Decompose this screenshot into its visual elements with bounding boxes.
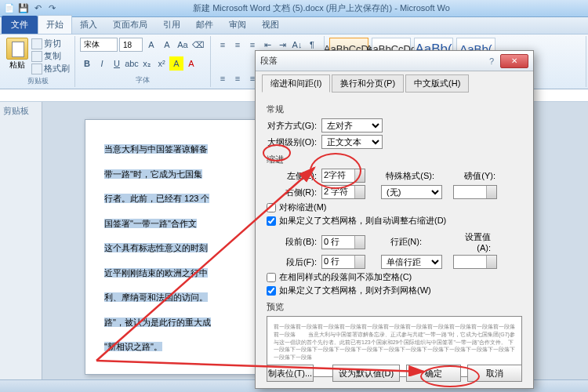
tab-review[interactable]: 审阅	[221, 16, 254, 34]
special-select[interactable]: (无)	[381, 185, 442, 199]
ok-button[interactable]: 确定	[406, 365, 461, 382]
nosame-checkbox[interactable]: 在相同样式的段落间不添加空格(C)	[267, 271, 522, 283]
before-label: 段前(B):	[267, 236, 317, 248]
dialog-title: 段落	[260, 55, 485, 67]
window-title: 新建 Microsoft Word 文档 (5).docx (用户上次保存的) …	[58, 2, 585, 14]
quick-access-toolbar: 📄 💾 ↶ ↷	[3, 2, 58, 15]
offset-label: 磅值(Y):	[458, 170, 495, 182]
section-preview: 预览	[267, 301, 522, 313]
tab-mailings[interactable]: 邮件	[188, 16, 221, 34]
strike-button[interactable]: abc	[125, 56, 139, 71]
close-icon[interactable]: ✕	[500, 54, 528, 68]
paragraph-dialog: 段落 ? ✕ 缩进和间距(I) 换行和分页(P) 中文版式(H) 常规 对齐方式…	[255, 50, 534, 389]
font-label: 字体	[80, 75, 205, 85]
font-color-button[interactable]: A	[184, 56, 198, 71]
paste-button[interactable]: 粘贴	[6, 38, 28, 74]
subscript-button[interactable]: x₂	[140, 56, 154, 71]
grid-checkbox[interactable]: 如果定义了文档网格，则对齐到网格(W)	[267, 285, 522, 296]
align-left-icon[interactable]: ≡	[216, 71, 230, 85]
left-indent-input[interactable]: 2字符	[321, 169, 365, 183]
tab-references[interactable]: 引用	[155, 16, 188, 34]
mirror-checkbox[interactable]: 对称缩进(M)	[267, 201, 522, 213]
dialog-tabs: 缩进和间距(I) 换行和分页(P) 中文版式(H)	[256, 71, 533, 93]
section-indent: 缩进	[267, 154, 522, 165]
clipboard-label: 剪贴板	[6, 76, 70, 86]
right-indent-input[interactable]: 2 字符	[321, 185, 365, 199]
font-size-select[interactable]	[119, 38, 143, 52]
cut-button[interactable]: 剪切	[31, 38, 70, 49]
dialog-titlebar[interactable]: 段落 ? ✕	[256, 51, 533, 71]
clipboard-pane[interactable]: 剪贴板	[0, 102, 42, 379]
shrink-font-icon[interactable]: A	[160, 38, 174, 52]
copy-icon	[31, 51, 42, 62]
auto-adjust-checkbox[interactable]: 如果定义了文档网格，则自动调整右缩进(D)	[267, 215, 522, 227]
setval-input[interactable]	[453, 255, 497, 269]
undo-icon[interactable]: ↶	[31, 2, 44, 15]
setval-label: 设置值(A):	[453, 231, 491, 252]
clear-format-icon[interactable]: ⌫	[191, 38, 205, 52]
after-input[interactable]: 0 行	[321, 255, 365, 269]
section-general: 常规	[267, 103, 522, 115]
format-painter-button[interactable]: 格式刷	[31, 63, 70, 74]
line-spacing-select[interactable]: 单倍行距	[381, 255, 442, 269]
align-label: 对齐方式(G):	[267, 120, 317, 132]
brush-icon	[31, 64, 42, 74]
text-line: 带一路"时，它成为七国集	[104, 169, 202, 179]
tab-home[interactable]: 开始	[38, 15, 72, 34]
word-icon: 📄	[3, 2, 16, 15]
right-indent-label: 右侧(R):	[267, 187, 317, 198]
redo-icon[interactable]: ↷	[45, 2, 58, 15]
text-line: 国签署"一带一路"合作文	[104, 219, 197, 228]
bold-button[interactable]: B	[80, 56, 94, 71]
tabstops-button[interactable]: 制表位(T)...	[267, 365, 314, 382]
before-input[interactable]: 0 行	[321, 235, 365, 249]
tab-chinese[interactable]: 中文版式(H)	[405, 74, 469, 93]
text-line: 路"，被认为是此行的重大成	[104, 318, 211, 327]
highlight-button[interactable]: A	[169, 56, 183, 71]
bullets-icon[interactable]: ≡	[216, 38, 230, 52]
save-icon[interactable]: 💾	[17, 2, 30, 15]
text-line: "新相识之路"。	[104, 342, 162, 351]
tab-indent-spacing[interactable]: 缩进和间距(I)	[262, 74, 330, 93]
special-label: 特殊格式(S):	[381, 170, 434, 182]
dialog-buttons: 制表位(T)... 设为默认值(D) 确定 取消	[256, 365, 533, 382]
offset-input[interactable]	[453, 185, 497, 199]
tab-line-page[interactable]: 换行和分页(P)	[332, 74, 404, 93]
italic-button[interactable]: I	[95, 56, 109, 71]
tab-layout[interactable]: 页面布局	[105, 16, 155, 34]
clipboard-group: 粘贴 剪切 复制 格式刷 剪贴板	[2, 36, 75, 87]
text-line: 行者。此前，已经有 123 个	[104, 194, 209, 203]
after-label: 段后(F):	[267, 256, 317, 268]
paste-label: 粘贴	[9, 60, 25, 71]
tab-view[interactable]: 视图	[254, 16, 287, 34]
titlebar: 📄 💾 ↶ ↷ 新建 Microsoft Word 文档 (5).docx (用…	[0, 0, 588, 17]
align-select[interactable]: 左对齐	[321, 118, 383, 132]
underline-button[interactable]: U	[110, 56, 124, 71]
text-line: 当意大利与中国签署谅解备	[104, 144, 208, 154]
file-tab[interactable]: 文件	[2, 16, 38, 34]
line-spacing-label: 行距(N):	[381, 236, 422, 248]
help-icon[interactable]: ?	[485, 54, 499, 68]
cancel-button[interactable]: 取消	[467, 365, 522, 382]
copy-button[interactable]: 复制	[31, 50, 70, 62]
dialog-body: 常规 对齐方式(G): 左对齐 大纲级别(O): 正文文本 缩进 左侧(L): …	[256, 93, 533, 383]
numbering-icon[interactable]: ≡	[230, 38, 245, 52]
superscript-button[interactable]: x²	[154, 56, 169, 71]
paste-icon	[6, 38, 28, 60]
text-line: 利、摩纳哥和法国的访问。	[104, 292, 208, 302]
ribbon-tabs: 文件 开始 插入 页面布局 引用 邮件 审阅 视图	[0, 17, 588, 34]
font-name-select[interactable]	[80, 38, 118, 52]
outline-select[interactable]: 正文文本	[321, 135, 383, 149]
text-line: 这个具有标志性意义的时刻	[104, 243, 208, 252]
outline-label: 大纲级别(O):	[267, 136, 317, 148]
default-button[interactable]: 设为默认值(D)	[332, 365, 400, 382]
tab-insert[interactable]: 插入	[72, 16, 105, 34]
align-center-icon[interactable]: ≡	[230, 71, 245, 85]
cut-icon	[31, 38, 42, 49]
text-line: 近平刚刚结束的欧洲之行中	[104, 268, 208, 278]
left-indent-label: 左侧(L):	[267, 170, 317, 182]
font-group: A A Aa ⌫ B I U abc x₂ x² A A 字体	[75, 36, 211, 87]
change-case-icon[interactable]: Aa	[176, 38, 190, 52]
grow-font-icon[interactable]: A	[144, 38, 158, 52]
